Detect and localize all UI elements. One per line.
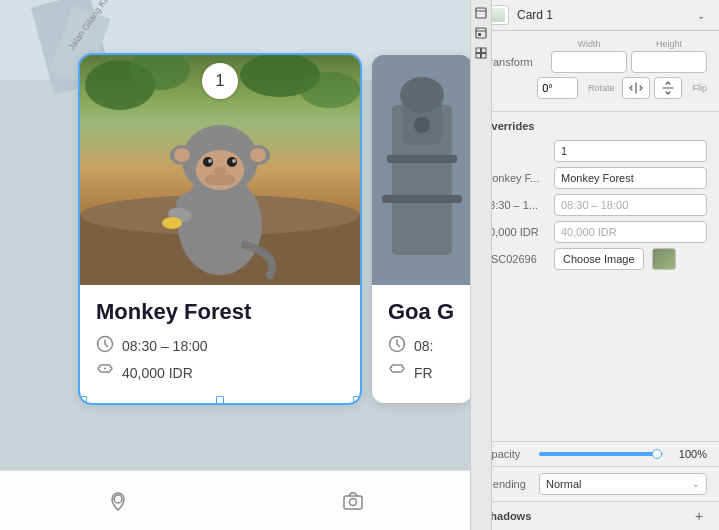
- opacity-slider-fill: [539, 452, 658, 456]
- blending-value: Normal: [546, 478, 581, 490]
- opacity-value: 100%: [672, 448, 707, 460]
- override-value-3[interactable]: 08:30 – 18:00: [554, 194, 707, 216]
- goa-svg: [372, 55, 470, 285]
- override-row-1: 1 1: [483, 140, 707, 162]
- height-field[interactable]: [631, 51, 707, 73]
- card-1-title: Monkey Forest: [96, 299, 344, 325]
- height-col-label: Height: [631, 39, 707, 49]
- bottom-navigation: [0, 470, 470, 530]
- clock-icon-2: [388, 335, 406, 356]
- svg-point-34: [349, 498, 356, 505]
- svg-rect-37: [476, 28, 486, 38]
- cards-container: 1: [80, 55, 470, 403]
- rotate-field[interactable]: 0°: [537, 77, 578, 99]
- canvas: Jalan Gilang Ka... 1: [0, 0, 470, 530]
- transform-col-labels: Width Height: [551, 39, 707, 49]
- rotate-text-label: Rotate: [588, 83, 615, 93]
- shadows-add-button[interactable]: +: [691, 508, 707, 524]
- transform-inputs: [551, 51, 707, 73]
- override-value-1[interactable]: 1: [554, 140, 707, 162]
- override-key-1: 1: [483, 145, 548, 157]
- svg-point-21: [250, 148, 266, 162]
- override-key-5: DSC02696: [483, 253, 548, 265]
- override-key-2: Monkey F...: [483, 172, 548, 184]
- ticket-icon-1: [96, 362, 114, 383]
- opacity-slider[interactable]: [539, 452, 664, 456]
- flip-buttons: [622, 77, 682, 99]
- overrides-section: Overrides 1 1 Monkey F... Monkey Forest …: [471, 112, 719, 441]
- svg-point-19: [174, 148, 190, 162]
- blending-dropdown-arrow: ⌄: [692, 479, 700, 489]
- nav-icon-location[interactable]: [103, 486, 133, 516]
- svg-rect-40: [476, 48, 481, 53]
- override-row-3: 08:30 – 1... 08:30 – 18:00: [483, 194, 707, 216]
- right-panel: Card 1 ⌄ Width Height Transform 0° Rotat…: [470, 0, 719, 530]
- clock-icon-1: [96, 335, 114, 356]
- svg-rect-41: [482, 48, 487, 53]
- shadows-section: Shadows +: [471, 502, 719, 530]
- override-row-4: 40,000 IDR 40,000 IDR: [483, 221, 707, 243]
- card-2-price-row: FR: [388, 362, 456, 383]
- svg-rect-35: [476, 8, 486, 18]
- flip-h-button[interactable]: [622, 77, 650, 99]
- opacity-slider-thumb[interactable]: [652, 449, 662, 459]
- svg-point-3: [300, 72, 360, 108]
- opacity-section: Opacity 100%: [471, 441, 719, 467]
- left-toolbar: [470, 0, 492, 530]
- ticket-icon-2: [388, 362, 406, 383]
- width-col-label: Width: [551, 39, 627, 49]
- blending-select[interactable]: Normal ⌄: [539, 473, 707, 495]
- resize-handle-bl[interactable]: [80, 396, 87, 403]
- choose-image-button[interactable]: Choose Image: [554, 248, 644, 270]
- svg-rect-28: [387, 155, 457, 163]
- card-1-time: 08:30 – 18:00: [122, 338, 208, 354]
- override-row-2: Monkey F... Monkey Forest: [483, 167, 707, 189]
- svg-rect-39: [478, 33, 481, 36]
- transform-dimensions-row: Transform: [483, 51, 707, 73]
- svg-rect-43: [482, 54, 487, 59]
- svg-point-30: [414, 117, 430, 133]
- transform-section: Width Height Transform 0° Rotate: [471, 31, 719, 112]
- blending-row: Blending Normal ⌄: [483, 473, 707, 495]
- blending-section: Blending Normal ⌄: [471, 467, 719, 502]
- svg-point-23: [104, 368, 106, 370]
- width-field[interactable]: [551, 51, 627, 73]
- card-1-time-row: 08:30 – 18:00: [96, 335, 344, 356]
- component-selector[interactable]: Card 1 ⌄: [471, 0, 719, 31]
- flip-v-button[interactable]: [654, 77, 682, 99]
- svg-rect-29: [382, 195, 462, 203]
- card-1-price: 40,000 IDR: [122, 365, 193, 381]
- opacity-row: Opacity 100%: [483, 448, 707, 460]
- card-2-time-row: 08:: [388, 335, 456, 356]
- svg-point-13: [214, 167, 226, 175]
- toolbar-icon-3[interactable]: [472, 44, 490, 62]
- resize-handle-bm[interactable]: [216, 396, 224, 403]
- card-1-price-row: 40,000 IDR: [96, 362, 344, 383]
- svg-rect-14: [205, 175, 235, 185]
- override-value-2[interactable]: Monkey Forest: [554, 167, 707, 189]
- toolbar-icon-2[interactable]: [472, 24, 490, 42]
- override-key-4: 40,000 IDR: [483, 226, 548, 238]
- component-name: Card 1: [517, 8, 685, 22]
- card-1[interactable]: 1: [80, 55, 360, 403]
- card-2-time: 08:: [414, 338, 433, 354]
- toolbar-icon-1[interactable]: [472, 4, 490, 22]
- svg-point-11: [208, 159, 212, 163]
- resize-handle-br[interactable]: [353, 396, 360, 403]
- card-2-body: Goa G 08: FR: [372, 285, 470, 403]
- image-preview-thumbnail: [652, 248, 676, 270]
- transform-rotate-row: 0° Rotate Flip: [483, 77, 707, 99]
- card-2-price: FR: [414, 365, 433, 381]
- svg-point-12: [232, 159, 236, 163]
- svg-point-32: [114, 495, 122, 503]
- nav-icon-camera[interactable]: [338, 486, 368, 516]
- card-badge: 1: [202, 63, 238, 99]
- goa-image: [372, 55, 470, 285]
- svg-point-17: [162, 217, 182, 229]
- card-2-image: [372, 55, 470, 285]
- component-dropdown-arrow[interactable]: ⌄: [693, 7, 709, 23]
- card-2-title: Goa G: [388, 299, 456, 325]
- override-row-5: DSC02696 Choose Image: [483, 248, 707, 270]
- card-2[interactable]: Goa G 08: FR: [372, 55, 470, 403]
- override-value-4[interactable]: 40,000 IDR: [554, 221, 707, 243]
